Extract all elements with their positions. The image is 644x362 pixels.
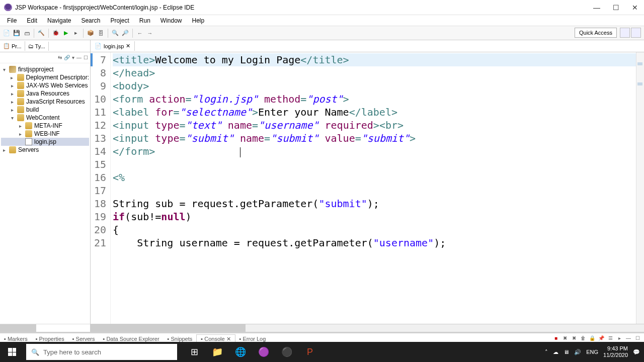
remove-all-icon[interactable]: ✖ (571, 335, 578, 342)
search-button[interactable]: 🔎 (121, 29, 130, 38)
search-icon: 🔍 (31, 348, 39, 356)
tray-chevron-icon[interactable]: ˄ (545, 349, 548, 355)
close-tab-icon[interactable]: ✕ (226, 336, 231, 342)
explorer-tab-type[interactable]: 🗂 Ty... (25, 42, 49, 51)
notifications-icon[interactable]: 💬 (633, 349, 640, 355)
minimize-view-icon[interactable]: — (76, 55, 82, 60)
run-last-button[interactable]: ▸ (71, 29, 80, 38)
menu-edit[interactable]: Edit (23, 16, 41, 25)
project-explorer: 📋 Pr... 🗂 Ty... ⇆ 🔗 ▾ — ☐ ▾firstjspproje… (0, 40, 91, 332)
tree-item-deployment-descriptor-[interactable]: ▸Deployment Descriptor: (1, 73, 89, 81)
eclipse-task-icon[interactable]: 🟣 (253, 342, 275, 362)
new-button[interactable]: 📄 (2, 29, 11, 38)
tree-item-login-jsp[interactable]: login.jsp (1, 138, 89, 146)
tree-item-jax-ws-web-services[interactable]: ▸JAX-WS Web Services (1, 81, 89, 89)
eclipse-icon (4, 4, 12, 12)
taskbar-search[interactable]: 🔍 Type here to search (26, 344, 177, 360)
code-area[interactable]: <title>Welcome to my Login Page</title><… (111, 52, 636, 324)
tree-item-web-inf[interactable]: ▸WEB-INF (1, 130, 89, 138)
tree-item-meta-inf[interactable]: ▸META-INF (1, 122, 89, 130)
remove-launch-icon[interactable]: ✖ (561, 335, 569, 342)
obs-icon[interactable]: ⚫ (276, 342, 298, 362)
editor-tab-loginjsp[interactable]: 📄 login.jsp ✕ (91, 41, 135, 51)
tree-item-webcontent[interactable]: ▾WebContent (1, 114, 89, 122)
menu-project[interactable]: Project (106, 16, 133, 25)
scroll-lock-icon[interactable]: 🔒 (589, 335, 596, 342)
maximize-panel-icon[interactable]: ☐ (634, 335, 641, 342)
explorer-hscroll[interactable] (0, 324, 90, 332)
terminate-icon[interactable]: ■ (552, 335, 559, 342)
minimize-button[interactable]: — (592, 4, 602, 12)
tree-item-javascript-resources[interactable]: ▸JavaScript Resources (1, 98, 89, 106)
onedrive-icon[interactable]: ☁ (553, 349, 558, 355)
window-title: JSP Workspace - firstjspproject/WebConte… (15, 4, 592, 11)
current-line-indicator (91, 53, 93, 66)
forward-button[interactable]: → (145, 29, 154, 38)
build-button[interactable]: 🔨 (37, 29, 46, 38)
network-icon[interactable]: 🖥 (564, 349, 569, 355)
system-tray[interactable]: ˄ ☁ 🖥 🔊 ENG 9:43 PM 11/2/2020 💬 (545, 345, 644, 358)
run-button[interactable]: ▶ (61, 29, 70, 38)
start-button[interactable] (0, 342, 24, 362)
menu-navigate[interactable]: Navigate (43, 16, 75, 25)
collapse-all-icon[interactable]: ⇆ (58, 55, 62, 60)
back-button[interactable]: ← (135, 29, 144, 38)
main-area: 📋 Pr... 🗂 Ty... ⇆ 🔗 ▾ — ☐ ▾firstjspproje… (0, 40, 644, 332)
save-all-button[interactable]: 🗃 (22, 29, 31, 38)
windows-taskbar: 🔍 Type here to search ⊞ 📁 🌐 🟣 ⚫ P ˄ ☁ 🖥 … (0, 342, 644, 362)
tree-item-build[interactable]: ▸build (1, 106, 89, 114)
menu-search[interactable]: Search (77, 16, 104, 25)
menu-window[interactable]: Window (156, 16, 186, 25)
editor-hscroll[interactable] (91, 324, 644, 332)
close-button[interactable]: ✕ (630, 4, 640, 12)
clear-console-icon[interactable]: 🗑 (580, 335, 587, 342)
menu-run[interactable]: Run (135, 16, 154, 25)
volume-icon[interactable]: 🔊 (574, 349, 581, 355)
line-number-gutter: 789101112131415161718192021 (91, 52, 111, 324)
explorer-tab-project[interactable]: 📋 Pr... (0, 41, 25, 51)
editor-tab-label: login.jsp (104, 43, 124, 49)
task-view-icon[interactable]: ⊞ (183, 342, 205, 362)
close-tab-icon[interactable]: ✕ (126, 43, 130, 49)
tree-item-java-resources[interactable]: ▸Java Resources (1, 89, 89, 98)
debug-button[interactable]: 🐞 (51, 29, 60, 38)
menu-file[interactable]: File (3, 16, 21, 25)
tree-item-servers[interactable]: ▸Servers (1, 146, 89, 154)
clock[interactable]: 9:43 PM 11/2/2020 (603, 345, 628, 358)
open-type-button[interactable]: 🔍 (111, 29, 120, 38)
project-tree[interactable]: ▾firstjspproject▸Deployment Descriptor:▸… (0, 63, 90, 324)
perspective-switcher[interactable] (620, 28, 641, 38)
jsp-file-icon: 📄 (95, 43, 102, 49)
menubar: File Edit Navigate Search Project Run Wi… (0, 15, 644, 26)
open-console-icon[interactable]: ▸ (616, 335, 623, 342)
quick-access[interactable]: Quick Access (575, 28, 617, 38)
maximize-view-icon[interactable]: ☐ (84, 55, 88, 60)
new-db-button[interactable]: 🗄 (96, 29, 105, 38)
maximize-button[interactable]: ☐ (611, 4, 621, 12)
explorer-toolbar: ⇆ 🔗 ▾ — ☐ (0, 52, 90, 63)
save-button[interactable]: 💾 (12, 29, 21, 38)
powerpoint-icon[interactable]: P (299, 342, 321, 362)
edge-icon[interactable]: 🌐 (229, 342, 252, 362)
tree-item-firstjspproject[interactable]: ▾firstjspproject (1, 65, 89, 73)
titlebar: JSP Workspace - firstjspproject/WebConte… (0, 0, 644, 15)
menu-help[interactable]: Help (188, 16, 209, 25)
pin-console-icon[interactable]: 📌 (598, 335, 605, 342)
console-actions: ■ ✖ ✖ 🗑 🔒 📌 ☰ ▸ — ☐ (552, 335, 641, 342)
toolbar: 📄 💾 🗃 🔨 🐞 ▶ ▸ 📦 🗄 🔍 🔎 ← → Quick Access (0, 26, 644, 40)
search-placeholder: Type here to search (43, 348, 101, 356)
lang-indicator[interactable]: ENG (586, 349, 598, 355)
editor: 📄 login.jsp ✕ 78910111213141516171819202… (91, 40, 644, 332)
file-explorer-icon[interactable]: 📁 (206, 342, 228, 362)
view-menu-icon[interactable]: ▾ (72, 55, 74, 60)
minimize-panel-icon[interactable]: — (625, 335, 632, 342)
display-selected-icon[interactable]: ☰ (607, 335, 614, 342)
link-editor-icon[interactable]: 🔗 (64, 55, 70, 60)
overview-ruler[interactable] (636, 52, 644, 324)
new-server-button[interactable]: 📦 (86, 29, 95, 38)
